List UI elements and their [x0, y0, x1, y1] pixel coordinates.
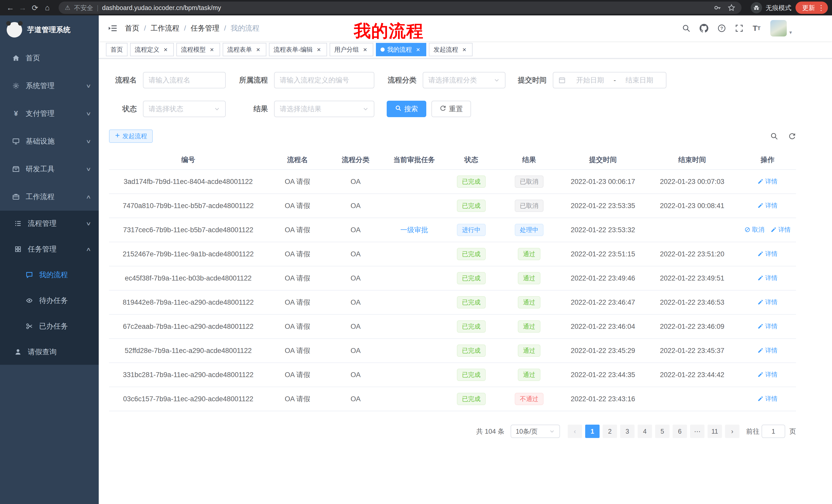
start-process-button[interactable]: 发起流程 [109, 130, 153, 143]
start-date-placeholder[interactable]: 开始日期 [569, 76, 612, 85]
goto-page-input[interactable] [761, 425, 785, 438]
cell-process-id: 819442e8-7b9a-11ec-a290-acde48001122 [109, 290, 267, 314]
sidebar-toggle-icon[interactable] [108, 24, 117, 33]
detail-action-link[interactable]: 详情 [757, 250, 778, 258]
tab-start-process[interactable]: 发起流程× [429, 43, 473, 56]
update-button[interactable]: 更新 ⋮ [796, 2, 828, 14]
sidebar-item-label: 我的流程 [39, 270, 68, 280]
breadcrumb-item[interactable]: 我的流程 [231, 23, 259, 33]
sidebar-item-infrastructure[interactable]: 基础设施∨ [0, 128, 99, 155]
tab-my-process[interactable]: 我的流程× [376, 43, 426, 56]
tab-home[interactable]: 首页 [106, 43, 128, 56]
table-row: 2152467e-7b9b-11ec-9a1b-acde48001122OA 请… [109, 242, 796, 266]
breadcrumb-item[interactable]: 工作流程 [151, 23, 179, 33]
next-page-button[interactable]: › [725, 425, 739, 438]
url-text[interactable]: dashboard.yudao.iocoder.cn/bpm/task/my [102, 4, 710, 11]
sidebar-item-system[interactable]: 系统管理∨ [0, 72, 99, 100]
status-badge: 已完成 [457, 200, 486, 212]
sidebar-item-task-management[interactable]: 任务管理∧ [0, 236, 99, 262]
sidebar-item-my-process[interactable]: 我的流程 [0, 262, 99, 288]
process-name-input[interactable] [143, 72, 226, 88]
forward-icon[interactable]: → [17, 3, 29, 12]
breadcrumb-item[interactable]: 任务管理 [191, 23, 219, 33]
page-size-select[interactable]: 10条/页 [511, 425, 560, 438]
sidebar-item-done-tasks[interactable]: 已办任务 [0, 313, 99, 339]
sidebar-item-payment[interactable]: ¥支付管理∨ [0, 100, 99, 128]
tab-label: 流程定义 [135, 46, 159, 54]
detail-action-link[interactable]: 详情 [757, 322, 778, 330]
page-button[interactable]: 3 [620, 425, 634, 438]
back-icon[interactable]: ← [4, 3, 17, 12]
tab-process-definition[interactable]: 流程定义× [130, 43, 174, 56]
tab-close-icon[interactable]: × [208, 46, 215, 53]
tab-user-group[interactable]: 用户分组× [330, 43, 373, 56]
reload-icon[interactable]: ⟳ [29, 3, 41, 12]
tab-close-icon[interactable]: × [255, 46, 262, 53]
security-warning-label[interactable]: 不安全 [74, 4, 93, 12]
search-icon[interactable] [677, 16, 695, 41]
app-logo[interactable]: 芋道管理系统 [0, 16, 99, 44]
breadcrumb-item[interactable]: 首页 [125, 23, 139, 33]
caret-down-icon[interactable]: ▾ [789, 29, 792, 35]
tab-label: 流程表单 [227, 46, 252, 54]
tab-process-model[interactable]: 流程模型× [176, 43, 220, 56]
detail-action-link[interactable]: 详情 [757, 370, 778, 379]
search-button[interactable]: 搜索 [387, 101, 426, 117]
detail-action-link[interactable]: 详情 [757, 395, 778, 403]
page-button[interactable]: 4 [638, 425, 652, 438]
page-button[interactable]: 1 [585, 425, 600, 438]
sidebar-item-process-management[interactable]: 流程管理∨ [0, 211, 99, 236]
help-icon[interactable]: ? [713, 16, 730, 41]
password-key-icon[interactable] [714, 4, 722, 11]
more-pages-button[interactable]: ⋯ [690, 425, 704, 438]
detail-action-link[interactable]: 详情 [771, 226, 790, 234]
bookmark-star-icon[interactable] [728, 4, 735, 11]
cell-process-id: 7317cec6-7b9b-11ec-b5b7-acde48001122 [109, 218, 267, 242]
browser-menu-icon[interactable]: ⋮ [817, 4, 825, 12]
current-task-link[interactable]: 一级审批 [400, 226, 428, 234]
result-select[interactable]: 请选择流结果 [274, 101, 374, 117]
security-warning-icon[interactable]: ⚠ [65, 4, 71, 11]
cell-status: 已完成 [445, 339, 498, 363]
submit-time-range[interactable]: 开始日期 - 结束日期 [553, 72, 667, 88]
prev-page-button[interactable]: ‹ [568, 425, 582, 438]
sidebar-item-home[interactable]: 首页 [0, 44, 99, 72]
page-button[interactable]: 5 [655, 425, 670, 438]
detail-action-link[interactable]: 详情 [757, 177, 778, 186]
avatar[interactable] [770, 20, 787, 36]
tab-label: 首页 [110, 46, 123, 54]
tab-close-icon[interactable]: × [315, 46, 322, 53]
cell-process-id: 52ffd28e-7b9a-11ec-a290-acde48001122 [109, 339, 267, 363]
tab-process-form-edit[interactable]: 流程表单-编辑× [269, 43, 327, 56]
detail-action-link[interactable]: 详情 [757, 201, 778, 209]
page-button[interactable]: 2 [603, 425, 617, 438]
detail-action-link[interactable]: 详情 [757, 274, 778, 282]
page-button[interactable]: 6 [673, 425, 687, 438]
page-button[interactable]: 11 [707, 425, 722, 438]
detail-action-link[interactable]: 详情 [757, 298, 778, 306]
end-date-placeholder[interactable]: 结束日期 [618, 76, 661, 85]
tab-close-icon[interactable]: × [362, 46, 369, 53]
address-bar[interactable]: ⚠ 不安全 | dashboard.yudao.iocoder.cn/bpm/t… [59, 2, 742, 14]
fullscreen-icon[interactable] [730, 16, 748, 41]
tab-process-form[interactable]: 流程表单× [223, 43, 266, 56]
sidebar-item-leave-query[interactable]: 请假查询 [0, 339, 99, 365]
tab-close-icon[interactable]: × [162, 46, 169, 53]
browser-home-icon[interactable]: ⌂ [41, 3, 53, 12]
sidebar-item-devtools[interactable]: 研发工具∨ [0, 155, 99, 183]
toggle-search-icon[interactable] [770, 132, 778, 140]
tab-close-icon[interactable]: × [461, 46, 468, 53]
tab-close-icon[interactable]: × [414, 46, 422, 53]
category-select[interactable]: 请选择流程分类 [423, 72, 505, 88]
incognito-icon [751, 2, 762, 13]
github-icon[interactable] [695, 16, 713, 41]
font-size-icon[interactable]: TT [748, 16, 765, 41]
status-select[interactable]: 请选择状态 [143, 101, 226, 117]
sidebar-item-workflow[interactable]: 工作流程∧ [0, 183, 99, 211]
reset-button[interactable]: 重置 [432, 101, 471, 117]
sidebar-item-todo-tasks[interactable]: 待办任务 [0, 288, 99, 313]
refresh-table-icon[interactable] [788, 132, 796, 140]
parent-process-input[interactable] [274, 72, 374, 88]
detail-action-link[interactable]: 详情 [757, 346, 778, 355]
cancel-action-link[interactable]: 取消 [744, 226, 764, 234]
